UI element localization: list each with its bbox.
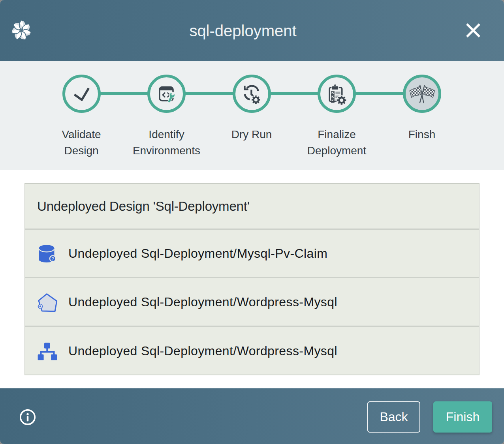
svg-text:?: ? bbox=[51, 257, 54, 261]
